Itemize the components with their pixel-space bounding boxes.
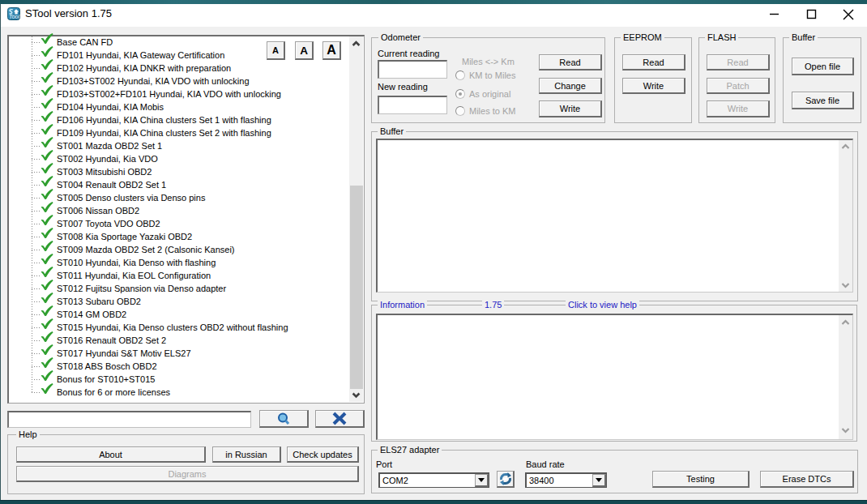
svg-text:Tool: Tool (9, 14, 19, 19)
